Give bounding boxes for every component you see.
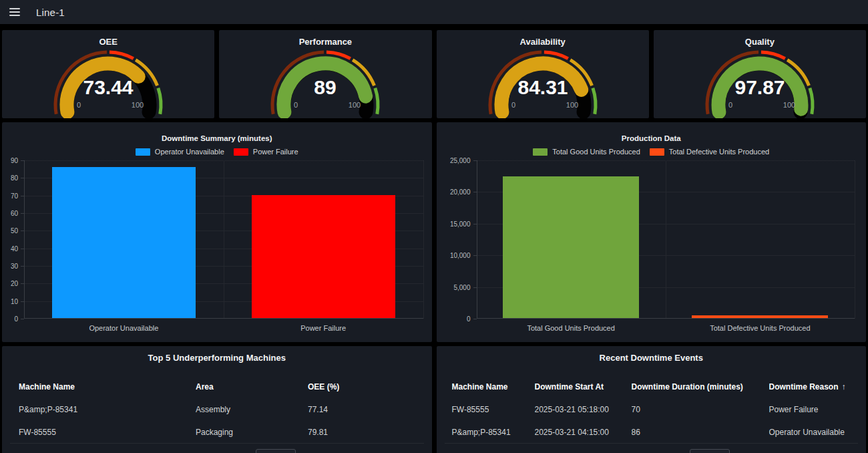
legend-swatch-operator-unavailable — [136, 148, 150, 156]
table-pagination-button[interactable] — [256, 449, 296, 453]
gauge-panel-quality: Quality 97.870100 — [654, 30, 866, 118]
gauge-max-label: 100 — [566, 101, 578, 109]
vertical-gridline — [666, 160, 666, 319]
table-row: FW-85555Packaging79.81 — [2, 421, 432, 444]
y-axis-tick — [21, 319, 24, 319]
legend-item-operator-unavailable[interactable]: Operator Unavailable — [136, 148, 224, 156]
legend-swatch-total-good-units-produced — [533, 148, 548, 156]
table-cell: 2025-03-21 04:15:00 — [535, 428, 632, 437]
recent-downtime-events-panel: Recent Downtime Events Machine NameDownt… — [437, 346, 867, 453]
vertical-gridline — [855, 160, 855, 319]
y-tick-label: 50 — [11, 227, 18, 235]
gauge-threshold-ring-segment — [810, 88, 813, 114]
table-row: FW-855552025-03-21 05:18:0070Power Failu… — [437, 398, 867, 421]
bar-power-failure[interactable] — [252, 195, 395, 318]
y-tick-label: 80 — [11, 174, 18, 182]
y-tick-label: 60 — [11, 209, 18, 216]
gauge-max-label: 100 — [349, 101, 361, 109]
x-axis-line — [24, 318, 423, 319]
column-header-machine-name[interactable]: Machine Name — [452, 382, 535, 392]
gauge-row: OEE 73.440100 Performance 890100 Availab… — [0, 30, 868, 118]
y-tick-label: 90 — [11, 157, 18, 164]
y-tick-label: 5,000 — [453, 283, 470, 291]
table-cell: 2025-03-21 05:18:00 — [535, 405, 632, 414]
gauge-max-label: 100 — [783, 101, 795, 109]
column-header-downtime-reason[interactable]: Downtime Reason↑ — [769, 382, 867, 392]
column-header-area[interactable]: Area — [196, 382, 308, 392]
column-header-label: Machine Name — [452, 382, 508, 392]
column-header-label: Area — [196, 382, 214, 392]
y-tick-label: 20 — [11, 280, 18, 287]
y-tick-label: 0 — [14, 315, 18, 323]
production-data-panel: Production Data Total Good Units Produce… — [437, 122, 867, 342]
menu-toggle-button[interactable] — [5, 3, 24, 21]
column-header-machine-name[interactable]: Machine Name — [19, 382, 196, 392]
quality-gauge: 97.870100 — [660, 46, 860, 118]
legend-item-power-failure[interactable]: Power Failure — [234, 148, 298, 156]
panel-title: Recent Downtime Events — [437, 353, 867, 363]
table-cell: 79.81 — [308, 428, 432, 437]
column-header-label: Downtime Start At — [535, 382, 604, 392]
x-category-label: Power Failure — [224, 324, 423, 332]
table-pagination-button[interactable] — [690, 449, 730, 453]
column-header-downtime-duration-minutes[interactable]: Downtime Duration (minutes) — [632, 382, 769, 392]
table-cell: Operator Unavailable — [769, 428, 867, 437]
downtime-summary-panel: Downtime Summary (minutes) Operator Unav… — [2, 122, 432, 342]
gauge-panel-oee: OEE 73.440100 — [2, 30, 214, 118]
gauge-value-text: 89 — [314, 76, 337, 98]
performance-gauge: 890100 — [225, 46, 425, 118]
panel-title: Quality — [654, 37, 866, 47]
gauge-value-text: 73.44 — [83, 76, 134, 98]
y-tick-label: 70 — [11, 192, 18, 199]
column-header-downtime-start-at[interactable]: Downtime Start At — [535, 382, 632, 392]
table-cell: FW-85555 — [452, 405, 535, 414]
legend-label: Power Failure — [253, 148, 298, 156]
legend-swatch-total-defective-units-produced — [650, 148, 664, 156]
y-tick-label: 0 — [467, 315, 471, 323]
gauge-max-label: 100 — [132, 101, 144, 109]
table-pagination — [445, 443, 859, 453]
x-axis-line — [477, 318, 855, 319]
legend-label: Operator Unavailable — [155, 148, 224, 156]
bar-total-defective-units-produced[interactable] — [692, 315, 828, 318]
table-header-row: Machine NameAreaOEE (%) — [2, 375, 432, 398]
gauge-min-label: 0 — [294, 101, 298, 109]
table-row: P&amp;P-853412025-03-21 04:15:0086Operat… — [437, 421, 867, 444]
y-tick-label: 15,000 — [450, 220, 471, 227]
legend-label: Total Defective Units Produced — [669, 148, 769, 156]
bar-operator-unavailable[interactable] — [52, 167, 196, 318]
y-axis-line — [24, 160, 25, 319]
oee-gauge: 73.440100 — [8, 46, 208, 118]
table-cell: Packaging — [196, 428, 308, 437]
top5-underperforming-machines-panel: Top 5 Underperforming Machines Machine N… — [2, 346, 432, 453]
table-cell: 86 — [632, 428, 769, 437]
vertical-gridline — [423, 160, 424, 319]
chart-row: Downtime Summary (minutes) Operator Unav… — [0, 122, 868, 342]
y-axis-tick — [473, 319, 477, 319]
table-cell: P&amp;P-85341 — [19, 405, 196, 414]
vertical-gridline — [224, 160, 224, 319]
column-header-oee[interactable]: OEE (%) — [308, 382, 432, 392]
gauge-threshold-ring-segment — [158, 88, 161, 114]
table-cell: Power Failure — [769, 405, 867, 414]
bar-total-good-units-produced[interactable] — [503, 176, 639, 318]
underperforming-machines-table: Machine NameAreaOEE (%)P&amp;P-85341Asse… — [2, 375, 432, 444]
panel-title: Production Data — [437, 134, 867, 142]
chart-legend: Total Good Units ProducedTotal Defective… — [437, 148, 867, 156]
downtime-events-table: Machine NameDowntime Start AtDowntime Du… — [437, 375, 867, 444]
column-header-label: OEE (%) — [308, 382, 339, 392]
table-cell: 77.14 — [308, 405, 432, 414]
table-pagination — [10, 443, 424, 453]
column-header-label: Downtime Reason — [769, 382, 839, 392]
legend-label: Total Good Units Produced — [552, 148, 640, 156]
dashboard-title: Line-1 — [36, 7, 65, 18]
y-tick-label: 10,000 — [450, 252, 471, 259]
y-tick-label: 25,000 — [450, 157, 471, 164]
legend-item-total-defective-units-produced[interactable]: Total Defective Units Produced — [650, 148, 769, 156]
gauge-value-text: 97.87 — [734, 76, 785, 98]
legend-item-total-good-units-produced[interactable]: Total Good Units Produced — [533, 148, 640, 156]
column-header-label: Machine Name — [19, 382, 75, 392]
gauge-value-text: 84.31 — [517, 76, 568, 98]
hamburger-icon — [9, 11, 20, 13]
table-cell: FW-85555 — [19, 428, 196, 437]
